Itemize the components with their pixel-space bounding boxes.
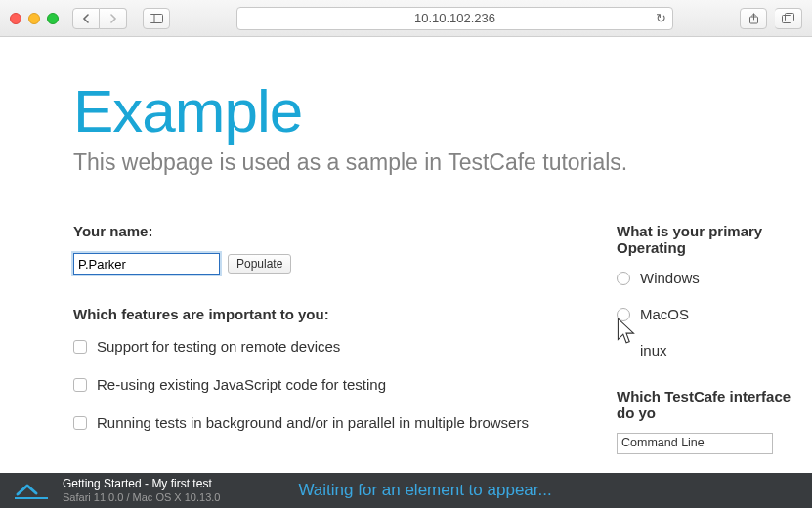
feature-item[interactable]: Support for testing on remote devices — [73, 338, 577, 355]
svg-rect-0 — [150, 14, 163, 22]
interface-select[interactable]: Command Line — [617, 433, 773, 454]
address-bar[interactable]: 10.10.102.236 ↻ — [236, 7, 673, 30]
window-controls — [10, 13, 59, 24]
os-heading: What is your primary Operating — [617, 223, 812, 256]
zoom-window-icon[interactable] — [47, 13, 59, 24]
sidebar-button[interactable] — [143, 8, 170, 29]
checkbox-icon[interactable] — [73, 416, 87, 430]
populate-button[interactable]: Populate — [228, 254, 291, 274]
page-content: Example This webpage is used as a sample… — [0, 37, 812, 473]
page-title: Example — [73, 76, 812, 146]
close-window-icon[interactable] — [10, 13, 21, 24]
url-text: 10.10.102.236 — [414, 11, 495, 25]
testcafe-bar: Getting Started - My first test Safari 1… — [0, 473, 812, 508]
svg-rect-4 — [786, 14, 794, 21]
test-env: Safari 11.0.0 / Mac OS X 10.13.0 — [63, 491, 220, 504]
feature-item[interactable]: Running tests in background and/or in pa… — [73, 414, 577, 431]
os-option[interactable]: inux — [617, 342, 812, 359]
page-subtitle: This webpage is used as a sample in Test… — [73, 149, 812, 176]
feature-label: Support for testing on remote devices — [97, 338, 340, 355]
interface-heading: Which TestCafe interface do yo — [617, 388, 812, 421]
radio-icon[interactable] — [617, 272, 630, 285]
minimize-window-icon[interactable] — [28, 13, 40, 24]
os-label: MacOS — [640, 306, 689, 322]
svg-rect-3 — [783, 16, 791, 23]
feature-label: Re-using existing JavaScript code for te… — [97, 376, 386, 393]
feature-item[interactable]: Re-using existing JavaScript code for te… — [73, 376, 577, 393]
radio-icon[interactable] — [617, 308, 630, 321]
nav-buttons — [72, 8, 127, 29]
test-status: Waiting for an element to appear... — [298, 481, 551, 500]
feature-label: Running tests in background and/or in pa… — [97, 414, 529, 431]
name-label: Your name: — [73, 223, 577, 239]
name-input[interactable] — [73, 253, 220, 275]
browser-chrome: 10.10.102.236 ↻ — [0, 0, 812, 37]
checkbox-icon[interactable] — [73, 378, 87, 392]
forward-button[interactable] — [100, 8, 127, 29]
testcafe-logo-icon — [14, 481, 49, 500]
os-label: inux — [640, 342, 667, 359]
os-label: Windows — [640, 270, 700, 286]
test-title: Getting Started - My first test — [63, 478, 220, 491]
testcafe-info: Getting Started - My first test Safari 1… — [63, 478, 220, 503]
os-option[interactable]: Windows — [617, 270, 812, 286]
checkbox-icon[interactable] — [73, 340, 87, 354]
reload-icon[interactable]: ↻ — [656, 11, 666, 25]
tabs-button[interactable] — [775, 8, 802, 29]
features-heading: Which features are important to you: — [73, 306, 577, 322]
back-button[interactable] — [72, 8, 100, 29]
share-button[interactable] — [740, 8, 767, 29]
os-option[interactable]: MacOS — [617, 306, 812, 322]
